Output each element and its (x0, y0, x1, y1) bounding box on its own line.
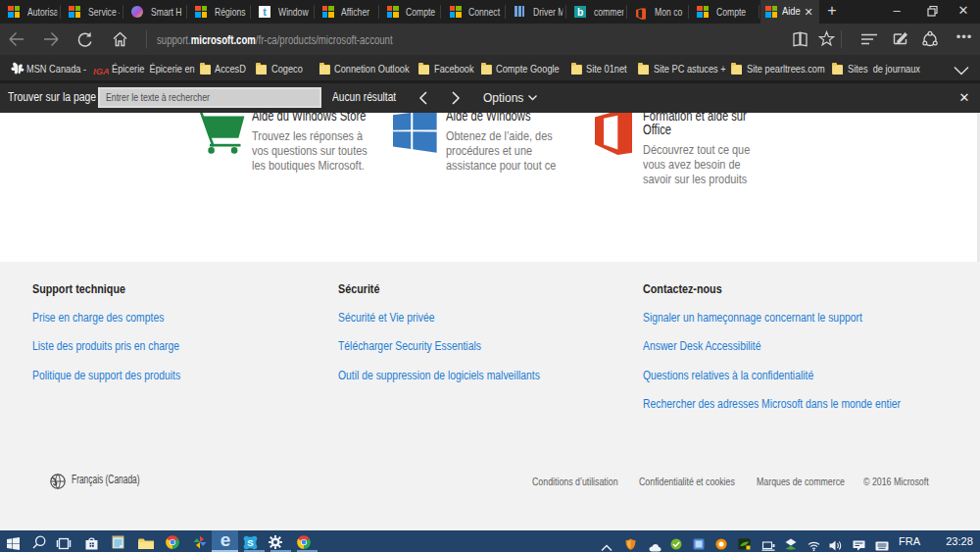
svg-text:IGA: IGA (93, 66, 109, 76)
svg-text:S: S (247, 537, 253, 548)
